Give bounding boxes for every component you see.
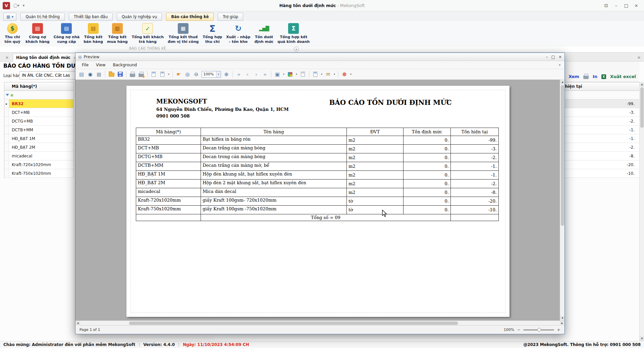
save-icon[interactable] <box>116 70 124 78</box>
ribbon-button-tong-ket-mua-hang[interactable]: ▥ Tổng kếtmua hàng <box>105 22 130 45</box>
menu-view[interactable]: View <box>92 62 109 68</box>
last-page-icon[interactable]: » <box>261 70 269 78</box>
grid-row[interactable]: -3. <box>552 108 639 117</box>
grid-row[interactable]: -2. <box>552 143 639 152</box>
grid-row[interactable]: Kraft-720x1020mm <box>4 160 73 169</box>
ribbon-button-thu-chi-ton-quy[interactable]: $ Thu chitồn quỹ <box>1 22 23 45</box>
scroll-down-icon[interactable]: ▼ <box>640 336 644 341</box>
grid-filter-row[interactable]: ▦ <box>4 91 73 99</box>
close-button[interactable]: × <box>632 2 641 9</box>
grid-row[interactable]: -8. <box>552 152 639 160</box>
ribbon-button-cong-no-nha-cung-cap[interactable]: ▤ Công nợ nhàcung cấp <box>52 22 82 45</box>
vertical-scrollbar[interactable]: ▲ ▼ <box>639 82 644 341</box>
ribbon-button-tong-ket-ban-hang[interactable]: ▤ Tổng kếtbán hàng <box>82 22 105 45</box>
grid-row[interactable]: -99. <box>552 99 639 108</box>
scroll-up-icon[interactable]: ▲ <box>560 80 565 84</box>
tab-tro-giup[interactable]: Trợ giúp <box>218 13 243 21</box>
scroll-right-icon[interactable]: ▶ <box>560 321 565 326</box>
grid-row[interactable]: ▸ BR32 <box>4 99 73 108</box>
ribbon-button-ton-duoi-dinh-muc[interactable]: ▂▅█ Tồn dướiđịnh mức <box>252 22 275 45</box>
ribbon-collapse-icon[interactable]: ▴ <box>294 47 299 52</box>
preview-maximize-button[interactable]: □ <box>551 55 555 59</box>
grid-filter-row[interactable] <box>552 91 639 99</box>
scroll-down-icon[interactable]: ▼ <box>560 316 565 321</box>
zoom-minus-icon[interactable]: − <box>517 327 521 332</box>
chevron-down-icon[interactable]: ▾ <box>167 73 170 76</box>
quick-access-customize-icon[interactable]: ▾ <box>23 3 25 8</box>
customize-icon[interactable]: ▦ <box>95 70 103 78</box>
chevron-down-icon[interactable]: ▾ <box>559 63 562 67</box>
exit-icon[interactable]: ⊗ <box>340 70 348 78</box>
grid-row[interactable]: DCTB+MM <box>4 126 73 134</box>
previous-page-icon[interactable]: ‹ <box>244 70 252 78</box>
ribbon-button-tong-hop-ket-qua-kinh-doanh[interactable]: Σ Tổng hợp kếtquả kinh doanh <box>275 22 312 45</box>
chevron-down-icon[interactable]: ▾ <box>216 71 221 77</box>
grid-column-header[interactable]: Mã hàng(*) <box>4 82 73 91</box>
open-icon[interactable] <box>107 70 115 78</box>
scrollbar-thumb[interactable] <box>129 322 458 325</box>
first-page-icon[interactable]: « <box>235 70 243 78</box>
menu-background[interactable]: Background <box>109 62 141 68</box>
tab-quan-tri-he-thong[interactable]: Quản trị hệ thống <box>20 13 65 21</box>
tab-bao-cao-thong-ke[interactable]: Báo cáo thống kê <box>166 13 214 21</box>
export-document-icon[interactable] <box>311 70 319 78</box>
page-setup-icon[interactable] <box>150 70 158 78</box>
grid-row[interactable]: -20. <box>552 160 639 169</box>
panel-close-icon[interactable]: × <box>636 54 642 60</box>
preview-close-button[interactable]: × <box>558 55 562 59</box>
printer-icon[interactable] <box>583 75 589 79</box>
ribbon-button-cong-no-khach-hang[interactable]: ▤ Công nợkhách hàng <box>23 22 52 45</box>
zoom-out-icon[interactable]: ⊖ <box>192 70 200 78</box>
preview-horizontal-scrollbar[interactable]: ◀ ▶ <box>75 321 565 325</box>
grid-row[interactable]: Kraft-750x1020mm <box>4 169 73 178</box>
ribbon-button-xuat-nhap-ton-kho[interactable]: ↻ Xuất - nhập- tồn kho <box>224 22 252 45</box>
grid-column-header[interactable]: Tồn hiện tại <box>552 82 639 91</box>
chevron-down-icon[interactable]: ▾ <box>295 73 298 76</box>
scroll-left-icon[interactable]: ◀ <box>75 321 80 326</box>
quick-print-icon[interactable] <box>137 70 145 78</box>
grid-row[interactable]: -2. <box>552 117 639 126</box>
grid-row[interactable]: micadecal <box>4 152 73 160</box>
scrollbar-thumb[interactable] <box>640 87 644 128</box>
export-excel-button[interactable]: Xuất excel <box>610 74 636 79</box>
excel-icon[interactable]: X <box>601 74 606 79</box>
maximize-button[interactable]: □ <box>622 2 631 9</box>
chevron-down-icon[interactable]: ▾ <box>320 73 323 76</box>
scroll-up-icon[interactable]: ▲ <box>640 82 644 87</box>
multiple-pages-icon[interactable]: ▣ <box>273 70 281 78</box>
zoom-in-icon[interactable]: ⊕ <box>222 70 230 78</box>
grid-row[interactable]: -1. <box>552 126 639 134</box>
tab-hang-ton-duoi-dinh-muc[interactable]: Hàng tồn dưới định mức× <box>13 53 80 62</box>
chevron-down-icon[interactable]: ▾ <box>282 73 285 76</box>
watermark-icon[interactable] <box>299 70 307 78</box>
menu-file[interactable]: File <box>78 62 92 68</box>
grid-row[interactable]: DCT+MB <box>4 108 73 117</box>
email-icon[interactable]: ✉ <box>324 70 332 78</box>
grid-row[interactable]: -10. <box>552 169 639 178</box>
scale-icon[interactable] <box>158 70 166 78</box>
close-all-tabs-icon[interactable]: × <box>4 54 10 60</box>
hand-tool-icon[interactable]: ☛ <box>175 70 183 78</box>
ribbon-button-tong-ket-thue[interactable]: ▦ Tổng kết thuếđơn vị thi công <box>166 22 201 45</box>
magnifier-icon[interactable]: ◎ <box>183 70 192 78</box>
fit-screen-button[interactable]: ⊡ <box>602 2 610 9</box>
print-button[interactable]: In <box>593 74 597 79</box>
tab-thiet-lap-ban-dau[interactable]: Thiết lập ban đầu <box>69 13 113 21</box>
tab-quan-ly-nghiep-vu[interactable]: Quản lý nghiệp vụ <box>117 13 162 21</box>
zoom-plus-icon[interactable]: + <box>557 327 560 332</box>
chevron-down-icon[interactable]: ▾ <box>333 73 336 76</box>
preview-vertical-scrollbar[interactable]: ▲ ▼ <box>560 80 565 321</box>
document-map-icon[interactable]: ▤ <box>77 70 86 78</box>
grid-row[interactable]: DCTG+MB <box>4 117 73 126</box>
grid-row[interactable]: HĐ_BẠT 2M <box>4 143 73 152</box>
page-color-icon[interactable] <box>286 70 294 78</box>
next-page-icon[interactable]: › <box>252 70 260 78</box>
ribbon-button-tong-hop-thu-chi[interactable]: Σ Tổng hợpthu chi <box>201 22 224 45</box>
quick-access-menu-icon[interactable]: ◯▾ <box>13 3 19 8</box>
scrollbar-thumb[interactable] <box>561 85 564 226</box>
print-icon[interactable] <box>128 70 137 78</box>
zoom-slider-knob[interactable] <box>537 328 541 332</box>
minimize-button[interactable]: – <box>612 2 621 9</box>
grid-row[interactable]: HĐ_BẠT 1M <box>4 134 73 143</box>
search-icon[interactable]: ◉ <box>86 70 94 78</box>
